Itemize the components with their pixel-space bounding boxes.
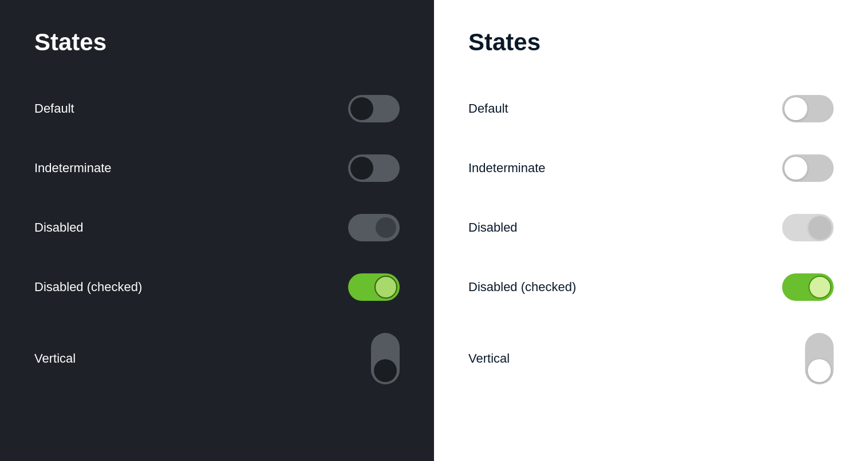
light-disabled-checked-toggle	[782, 273, 834, 301]
dark-disabled-checked-toggle	[348, 273, 400, 301]
dark-disabled-toggle	[348, 214, 400, 241]
dark-default-label: Default	[34, 101, 74, 116]
light-indeterminate-toggle-wrap	[782, 154, 834, 182]
light-indeterminate-toggle[interactable]	[782, 154, 834, 182]
dark-indeterminate-knob	[350, 157, 373, 180]
light-default-row: Default	[468, 79, 834, 138]
dark-disabled-label: Disabled	[34, 220, 84, 235]
light-disabled-checked-label: Disabled (checked)	[468, 280, 576, 295]
dark-vertical-toggle[interactable]	[371, 333, 400, 384]
dark-vertical-row: Vertical	[34, 317, 400, 400]
dark-disabled-checked-row: Disabled (checked)	[34, 257, 400, 317]
light-disabled-checked-row: Disabled (checked)	[468, 257, 834, 317]
light-default-knob	[784, 97, 807, 120]
dark-indeterminate-toggle-wrap	[348, 154, 400, 182]
dark-vertical-toggle-wrap	[371, 333, 400, 384]
dark-panel: States Default Indeterminate Disabled Di…	[0, 0, 434, 461]
light-disabled-label: Disabled	[468, 220, 518, 235]
light-default-label: Default	[468, 101, 508, 116]
light-panel-title: States	[468, 29, 834, 56]
light-vertical-label: Vertical	[468, 351, 510, 366]
dark-default-row: Default	[34, 79, 400, 138]
dark-disabled-checked-toggle-wrap	[348, 273, 400, 301]
light-vertical-row: Vertical	[468, 317, 834, 400]
dark-vertical-knob	[374, 359, 397, 382]
light-vertical-knob	[808, 359, 831, 382]
light-indeterminate-knob	[784, 157, 807, 180]
dark-disabled-toggle-wrap	[348, 214, 400, 241]
dark-indeterminate-row: Indeterminate	[34, 138, 400, 198]
dark-panel-title: States	[34, 29, 400, 56]
light-panel: States Default Indeterminate Disabled Di…	[434, 0, 868, 461]
light-disabled-row: Disabled	[468, 198, 834, 257]
light-indeterminate-label: Indeterminate	[468, 161, 546, 176]
dark-indeterminate-label: Indeterminate	[34, 161, 112, 176]
light-indeterminate-row: Indeterminate	[468, 138, 834, 198]
dark-disabled-checked-knob	[374, 276, 397, 299]
dark-default-knob	[350, 97, 373, 120]
light-vertical-toggle-wrap	[805, 333, 834, 384]
dark-vertical-label: Vertical	[34, 351, 76, 366]
light-disabled-toggle-wrap	[782, 214, 834, 241]
dark-disabled-row: Disabled	[34, 198, 400, 257]
light-default-toggle-wrap	[782, 95, 834, 122]
dark-disabled-checked-label: Disabled (checked)	[34, 280, 142, 295]
dark-disabled-knob	[374, 216, 397, 239]
light-vertical-toggle[interactable]	[805, 333, 834, 384]
light-disabled-checked-knob	[808, 276, 831, 299]
light-default-toggle[interactable]	[782, 95, 834, 122]
light-disabled-checked-toggle-wrap	[782, 273, 834, 301]
dark-default-toggle[interactable]	[348, 95, 400, 122]
dark-default-toggle-wrap	[348, 95, 400, 122]
light-disabled-toggle	[782, 214, 834, 241]
light-disabled-knob	[808, 216, 831, 239]
dark-indeterminate-toggle[interactable]	[348, 154, 400, 182]
